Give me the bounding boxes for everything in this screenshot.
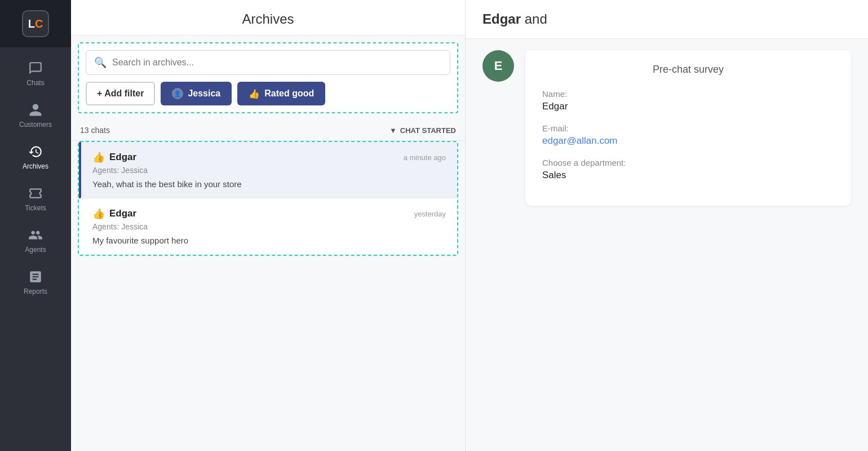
filter-jessica-button[interactable]: 👤 Jessica <box>161 82 232 105</box>
chat-item[interactable]: 👍 Edgar a minute ago Agents: Jessica Yea… <box>79 142 457 198</box>
chat-sort[interactable]: ▼ CHAT STARTED <box>389 126 456 135</box>
avatar: E <box>482 50 514 82</box>
sidebar-item-archives[interactable]: Archives <box>0 136 71 178</box>
chat-item-time-1: a minute ago <box>404 153 446 162</box>
sidebar-item-tickets[interactable]: Tickets <box>0 178 71 220</box>
sidebar-item-agents[interactable]: Agents <box>0 220 71 262</box>
sort-label: CHAT STARTED <box>400 126 456 135</box>
sidebar-item-label-chats: Chats <box>26 79 44 87</box>
customers-icon <box>28 103 43 117</box>
survey-card: Pre-chat survey Name: Edgar E-mail: edga… <box>525 50 851 206</box>
sidebar-item-customers[interactable]: Customers <box>0 95 71 136</box>
agents-icon <box>28 228 43 242</box>
right-header: Edgar and <box>466 0 868 39</box>
dashed-section: 👍 Edgar a minute ago Agents: Jessica Yea… <box>78 141 458 256</box>
survey-value-dept: Sales <box>542 170 834 181</box>
filter-area: 🔍 + Add filter 👤 Jessica 👍 Rated good <box>78 42 458 113</box>
main-area: Archives 🔍 + Add filter 👤 Jessica 👍 Rate… <box>71 0 868 451</box>
archives-title: Archives <box>242 11 294 26</box>
survey-label-dept: Choose a department: <box>542 158 834 167</box>
survey-label-name: Name: <box>542 89 834 99</box>
sidebar-item-label-customers: Customers <box>19 121 52 129</box>
reports-icon <box>28 269 43 284</box>
survey-value-email: edgar@allan.com <box>542 135 834 147</box>
logo: LC <box>22 10 49 37</box>
survey-field-email: E-mail: edgar@allan.com <box>542 123 834 147</box>
archives-header: Archives <box>71 0 465 36</box>
add-filter-button[interactable]: + Add filter <box>86 82 155 105</box>
logo-area: LC <box>0 0 71 47</box>
archives-panel: Archives 🔍 + Add filter 👤 Jessica 👍 Rate… <box>71 0 466 451</box>
filter-rated-label: Rated good <box>264 89 314 99</box>
sort-down-icon: ▼ <box>389 126 397 135</box>
chat-item-agents-1: Agents: Jessica <box>92 166 446 175</box>
search-icon: 🔍 <box>94 56 107 69</box>
chat-list: 👍 Edgar a minute ago Agents: Jessica Yea… <box>79 142 457 255</box>
sidebar-item-chats[interactable]: Chats <box>0 53 71 95</box>
right-header-name: Edgar <box>482 11 521 26</box>
sidebar-item-label-reports: Reports <box>24 288 47 295</box>
sidebar-item-label-archives: Archives <box>23 162 48 170</box>
filter-buttons: + Add filter 👤 Jessica 👍 Rated good <box>86 82 450 105</box>
survey-field-dept: Choose a department: Sales <box>542 158 834 181</box>
chat-item-header-2: 👍 Edgar yesterday <box>92 207 446 220</box>
chat-item-time-2: yesterday <box>414 210 446 218</box>
sidebar-item-label-tickets: Tickets <box>25 204 46 212</box>
chat-item-preview-1: Yeah, what is the best bike in your stor… <box>92 179 446 189</box>
sidebar: LC Chats Customers Archives <box>0 0 71 451</box>
search-box: 🔍 <box>86 50 450 75</box>
thumbs-up-icon: 👍 <box>249 89 260 99</box>
chat-item-header-1: 👍 Edgar a minute ago <box>92 151 446 163</box>
right-panel: Edgar and E Pre-chat survey Name: Edgar … <box>466 0 868 451</box>
filter-rated-button[interactable]: 👍 Rated good <box>237 82 325 105</box>
survey-title: Pre-chat survey <box>542 64 834 76</box>
chat-item-name-2: 👍 Edgar <box>92 207 136 220</box>
survey-label-email: E-mail: <box>542 123 834 133</box>
sidebar-nav: Chats Customers Archives Tickets <box>0 47 71 303</box>
jessica-avatar-icon: 👤 <box>172 88 183 99</box>
chat-count: 13 chats <box>80 126 110 135</box>
chat-item-agents-2: Agents: Jessica <box>92 222 446 231</box>
rated-good-icon-1: 👍 <box>92 151 105 163</box>
survey-field-name: Name: Edgar <box>542 89 834 112</box>
archives-icon <box>28 144 43 159</box>
right-content: E Pre-chat survey Name: Edgar E-mail: ed… <box>466 39 868 451</box>
search-input[interactable] <box>112 58 442 68</box>
rated-good-icon-2: 👍 <box>92 207 105 220</box>
survey-value-name: Edgar <box>542 101 834 112</box>
chat-count-bar: 13 chats ▼ CHAT STARTED <box>71 120 465 141</box>
sidebar-item-reports[interactable]: Reports <box>0 262 71 303</box>
chat-item-preview-2: My favourite support hero <box>92 236 446 245</box>
sidebar-item-label-agents: Agents <box>25 246 46 254</box>
filter-jessica-label: Jessica <box>188 89 220 99</box>
logo-text: LC <box>28 17 43 30</box>
chat-item-name-1: 👍 Edgar <box>92 151 136 163</box>
chat-item[interactable]: 👍 Edgar yesterday Agents: Jessica My fav… <box>79 198 457 255</box>
chat-icon <box>28 61 43 76</box>
tickets-icon <box>28 186 43 201</box>
